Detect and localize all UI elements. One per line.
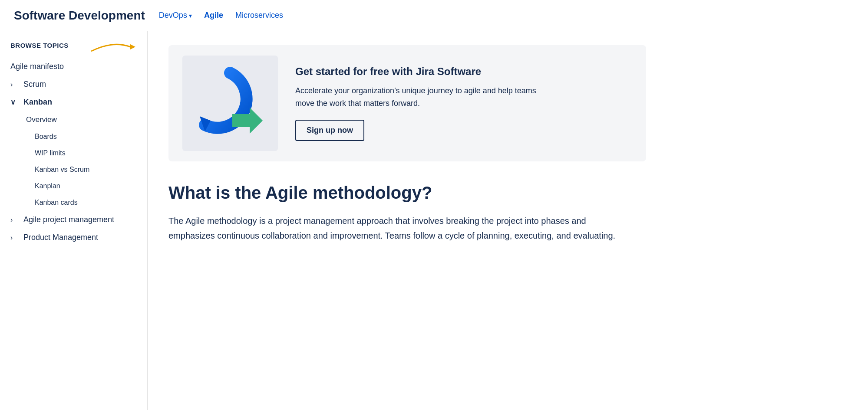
sidebar: BROWSE TOPICS Agile manifesto › Scrum ∨ … [0, 31, 148, 410]
sidebar-item-agile-manifesto[interactable]: Agile manifesto [0, 58, 147, 75]
sidebar-item-kanban-vs-scrum[interactable]: Kanban vs Scrum [0, 161, 147, 178]
sidebar-item-label: Boards [35, 133, 57, 140]
nav-microservices[interactable]: Microservices [235, 11, 283, 20]
sidebar-item-label: Kanban [23, 98, 52, 107]
sidebar-item-agile-pm[interactable]: › Agile project management [0, 211, 147, 229]
signup-button[interactable]: Sign up now [295, 120, 364, 141]
article-body: The Agile methodology is a project manag… [168, 213, 629, 243]
sidebar-item-wip-limits[interactable]: WIP limits [0, 145, 147, 161]
promo-title: Get started for free with Jira Software [295, 66, 632, 78]
sidebar-item-label: Overview [26, 115, 57, 124]
svg-marker-0 [130, 44, 135, 49]
page-header: Software Development DevOps ▾ Agile Micr… [0, 0, 868, 31]
site-title: Software Development [14, 9, 145, 23]
sidebar-item-product-mgmt[interactable]: › Product Management [0, 229, 147, 246]
sidebar-item-overview[interactable]: Overview [0, 111, 147, 128]
sidebar-item-label: Agile project management [23, 215, 114, 224]
arrow-annotation-icon [87, 38, 139, 56]
main-layout: BROWSE TOPICS Agile manifesto › Scrum ∨ … [0, 31, 868, 410]
sidebar-item-kanban-cards[interactable]: Kanban cards [0, 194, 147, 211]
sidebar-item-scrum[interactable]: › Scrum [0, 75, 147, 93]
sidebar-item-label: Kanban vs Scrum [35, 166, 89, 173]
chevron-down-icon: ∨ [10, 98, 19, 106]
nav-agile[interactable]: Agile [204, 11, 223, 20]
sidebar-item-kanplan[interactable]: Kanplan [0, 178, 147, 194]
browse-topics-header: BROWSE TOPICS [0, 42, 147, 58]
sidebar-item-label: Kanplan [35, 182, 60, 190]
promo-content: Get started for free with Jira Software … [295, 66, 632, 141]
nav-devops[interactable]: DevOps ▾ [159, 11, 192, 20]
sidebar-item-label: WIP limits [35, 149, 66, 157]
sidebar-item-label: Agile manifesto [10, 62, 64, 71]
promo-image [182, 56, 278, 151]
chevron-right-icon: › [10, 216, 19, 224]
sidebar-item-label: Product Management [23, 233, 98, 242]
article-title: What is the Agile methodology? [168, 182, 847, 203]
sidebar-item-label: Scrum [23, 80, 46, 89]
sidebar-item-label: Kanban cards [35, 199, 78, 206]
browse-topics-label: BROWSE TOPICS [10, 42, 69, 49]
chevron-right-icon: › [10, 234, 19, 242]
article-section: What is the Agile methodology? The Agile… [168, 182, 847, 243]
sidebar-item-kanban[interactable]: ∨ Kanban [0, 93, 147, 111]
top-nav: DevOps ▾ Agile Microservices [159, 11, 283, 20]
jira-logo-icon [187, 64, 274, 142]
promo-description: Accelerate your organization's unique jo… [295, 85, 547, 110]
main-content: Get started for free with Jira Software … [148, 31, 868, 410]
promo-card: Get started for free with Jira Software … [168, 45, 646, 161]
chevron-right-icon: › [10, 81, 19, 89]
sidebar-item-boards[interactable]: Boards [0, 128, 147, 145]
chevron-down-icon: ▾ [189, 12, 192, 19]
